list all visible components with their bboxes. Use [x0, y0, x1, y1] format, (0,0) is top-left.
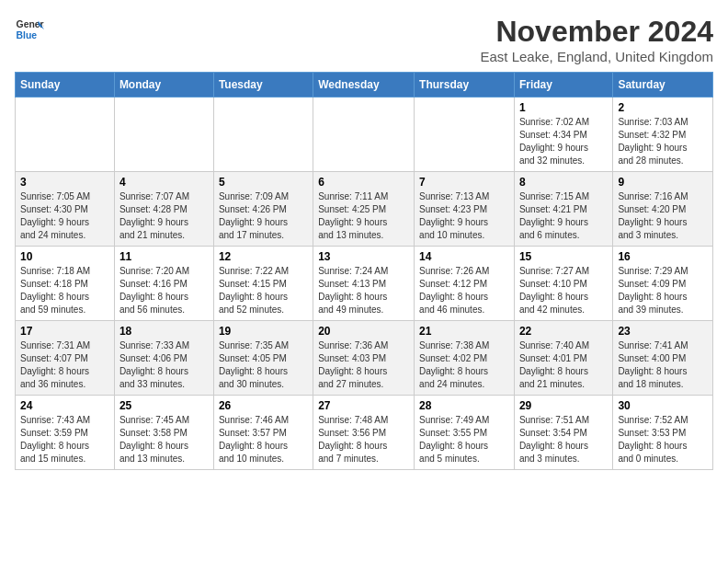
day-cell: 16Sunrise: 7:29 AM Sunset: 4:09 PM Dayli… — [613, 247, 713, 321]
day-number: 15 — [519, 250, 608, 263]
day-cell: 30Sunrise: 7:52 AM Sunset: 3:53 PM Dayli… — [613, 396, 713, 470]
day-number: 28 — [419, 399, 509, 412]
day-cell — [114, 98, 213, 172]
day-cell: 4Sunrise: 7:07 AM Sunset: 4:28 PM Daylig… — [114, 172, 213, 247]
svg-text:Blue: Blue — [17, 30, 38, 40]
day-info: Sunrise: 7:48 AM Sunset: 3:56 PM Dayligh… — [318, 414, 409, 465]
day-info: Sunrise: 7:22 AM Sunset: 4:15 PM Dayligh… — [219, 265, 308, 316]
day-cell: 24Sunrise: 7:43 AM Sunset: 3:59 PM Dayli… — [16, 396, 115, 470]
day-cell: 12Sunrise: 7:22 AM Sunset: 4:15 PM Dayli… — [213, 247, 313, 321]
day-number: 25 — [119, 399, 209, 412]
day-cell: 7Sunrise: 7:13 AM Sunset: 4:23 PM Daylig… — [415, 172, 515, 247]
header-row: SundayMondayTuesdayWednesdayThursdayFrid… — [16, 73, 713, 98]
day-number: 26 — [219, 399, 308, 412]
day-cell: 5Sunrise: 7:09 AM Sunset: 4:26 PM Daylig… — [213, 172, 313, 247]
logo-icon: General Blue — [15, 15, 44, 44]
day-number: 30 — [618, 399, 708, 412]
header-cell-monday: Monday — [114, 73, 213, 98]
day-info: Sunrise: 7:43 AM Sunset: 3:59 PM Dayligh… — [20, 414, 109, 465]
week-row-2: 3Sunrise: 7:05 AM Sunset: 4:30 PM Daylig… — [16, 172, 713, 247]
day-number: 11 — [119, 250, 209, 263]
day-number: 24 — [20, 399, 109, 412]
day-number: 9 — [618, 176, 708, 189]
day-info: Sunrise: 7:20 AM Sunset: 4:16 PM Dayligh… — [119, 265, 209, 316]
day-number: 18 — [119, 325, 209, 338]
day-cell — [213, 98, 313, 172]
day-number: 5 — [219, 176, 308, 189]
header-cell-sunday: Sunday — [16, 73, 115, 98]
day-cell: 2Sunrise: 7:03 AM Sunset: 4:32 PM Daylig… — [613, 98, 713, 172]
day-cell: 22Sunrise: 7:40 AM Sunset: 4:01 PM Dayli… — [514, 321, 612, 396]
day-info: Sunrise: 7:27 AM Sunset: 4:10 PM Dayligh… — [519, 265, 608, 316]
day-number: 12 — [219, 250, 308, 263]
day-number: 3 — [20, 176, 109, 189]
header-cell-thursday: Thursday — [415, 73, 515, 98]
day-cell: 28Sunrise: 7:49 AM Sunset: 3:55 PM Dayli… — [415, 396, 515, 470]
header-cell-tuesday: Tuesday — [213, 73, 313, 98]
day-cell: 17Sunrise: 7:31 AM Sunset: 4:07 PM Dayli… — [16, 321, 115, 396]
day-info: Sunrise: 7:09 AM Sunset: 4:26 PM Dayligh… — [219, 190, 308, 242]
day-number: 19 — [219, 325, 308, 338]
day-cell: 27Sunrise: 7:48 AM Sunset: 3:56 PM Dayli… — [313, 396, 415, 470]
day-cell: 1Sunrise: 7:02 AM Sunset: 4:34 PM Daylig… — [514, 98, 612, 172]
day-info: Sunrise: 7:33 AM Sunset: 4:06 PM Dayligh… — [119, 339, 209, 391]
header-cell-wednesday: Wednesday — [313, 73, 415, 98]
day-number: 22 — [519, 325, 608, 338]
week-row-1: 1Sunrise: 7:02 AM Sunset: 4:34 PM Daylig… — [16, 98, 713, 172]
day-info: Sunrise: 7:15 AM Sunset: 4:21 PM Dayligh… — [519, 190, 608, 242]
day-info: Sunrise: 7:52 AM Sunset: 3:53 PM Dayligh… — [618, 414, 708, 465]
day-info: Sunrise: 7:29 AM Sunset: 4:09 PM Dayligh… — [618, 265, 708, 316]
calendar-table: SundayMondayTuesdayWednesdayThursdayFrid… — [15, 72, 713, 470]
day-cell: 9Sunrise: 7:16 AM Sunset: 4:20 PM Daylig… — [613, 172, 713, 247]
day-info: Sunrise: 7:26 AM Sunset: 4:12 PM Dayligh… — [419, 265, 509, 316]
day-info: Sunrise: 7:18 AM Sunset: 4:18 PM Dayligh… — [20, 265, 109, 316]
day-number: 7 — [419, 176, 509, 189]
day-number: 2 — [618, 101, 708, 114]
day-number: 21 — [419, 325, 509, 338]
day-cell: 23Sunrise: 7:41 AM Sunset: 4:00 PM Dayli… — [613, 321, 713, 396]
header-cell-saturday: Saturday — [613, 73, 713, 98]
day-number: 17 — [20, 325, 109, 338]
day-cell — [16, 98, 115, 172]
day-number: 6 — [318, 176, 409, 189]
day-info: Sunrise: 7:38 AM Sunset: 4:02 PM Dayligh… — [419, 339, 509, 391]
day-cell: 15Sunrise: 7:27 AM Sunset: 4:10 PM Dayli… — [514, 247, 612, 321]
month-title: November 2024 — [481, 15, 714, 49]
header: General Blue November 2024 East Leake, E… — [15, 15, 713, 64]
day-info: Sunrise: 7:41 AM Sunset: 4:00 PM Dayligh… — [618, 339, 708, 391]
day-cell: 20Sunrise: 7:36 AM Sunset: 4:03 PM Dayli… — [313, 321, 415, 396]
day-number: 20 — [318, 325, 409, 338]
day-number: 1 — [519, 101, 608, 114]
day-info: Sunrise: 7:03 AM Sunset: 4:32 PM Dayligh… — [618, 116, 708, 167]
day-cell: 18Sunrise: 7:33 AM Sunset: 4:06 PM Dayli… — [114, 321, 213, 396]
logo: General Blue — [15, 15, 44, 44]
week-row-4: 17Sunrise: 7:31 AM Sunset: 4:07 PM Dayli… — [16, 321, 713, 396]
day-info: Sunrise: 7:05 AM Sunset: 4:30 PM Dayligh… — [20, 190, 109, 242]
day-cell: 6Sunrise: 7:11 AM Sunset: 4:25 PM Daylig… — [313, 172, 415, 247]
week-row-5: 24Sunrise: 7:43 AM Sunset: 3:59 PM Dayli… — [16, 396, 713, 470]
day-cell: 25Sunrise: 7:45 AM Sunset: 3:58 PM Dayli… — [114, 396, 213, 470]
day-cell: 29Sunrise: 7:51 AM Sunset: 3:54 PM Dayli… — [514, 396, 612, 470]
day-cell: 8Sunrise: 7:15 AM Sunset: 4:21 PM Daylig… — [514, 172, 612, 247]
day-cell — [313, 98, 415, 172]
day-cell: 3Sunrise: 7:05 AM Sunset: 4:30 PM Daylig… — [16, 172, 115, 247]
day-info: Sunrise: 7:49 AM Sunset: 3:55 PM Dayligh… — [419, 414, 509, 465]
location-title: East Leake, England, United Kingdom — [481, 49, 714, 64]
day-info: Sunrise: 7:24 AM Sunset: 4:13 PM Dayligh… — [318, 265, 409, 316]
header-cell-friday: Friday — [514, 73, 612, 98]
day-number: 16 — [618, 250, 708, 263]
day-number: 29 — [519, 399, 608, 412]
day-number: 27 — [318, 399, 409, 412]
day-info: Sunrise: 7:46 AM Sunset: 3:57 PM Dayligh… — [219, 414, 308, 465]
day-cell: 21Sunrise: 7:38 AM Sunset: 4:02 PM Dayli… — [415, 321, 515, 396]
day-cell: 10Sunrise: 7:18 AM Sunset: 4:18 PM Dayli… — [16, 247, 115, 321]
day-info: Sunrise: 7:16 AM Sunset: 4:20 PM Dayligh… — [618, 190, 708, 242]
day-cell — [415, 98, 515, 172]
day-info: Sunrise: 7:40 AM Sunset: 4:01 PM Dayligh… — [519, 339, 608, 391]
day-number: 23 — [618, 325, 708, 338]
day-info: Sunrise: 7:02 AM Sunset: 4:34 PM Dayligh… — [519, 116, 608, 167]
week-row-3: 10Sunrise: 7:18 AM Sunset: 4:18 PM Dayli… — [16, 247, 713, 321]
day-number: 14 — [419, 250, 509, 263]
day-info: Sunrise: 7:35 AM Sunset: 4:05 PM Dayligh… — [219, 339, 308, 391]
calendar-header: SundayMondayTuesdayWednesdayThursdayFrid… — [16, 73, 713, 98]
